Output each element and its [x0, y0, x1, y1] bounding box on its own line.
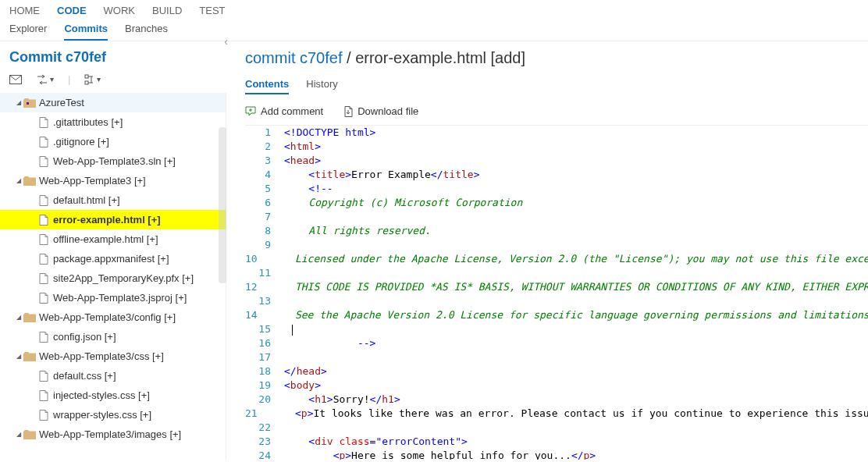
file-tabs[interactable]: ContentsHistory — [245, 78, 868, 94]
tree-file[interactable]: injected-styles.css [+] — [0, 386, 226, 405]
tree-file[interactable]: default.html [+] — [0, 190, 226, 210]
line-number: 18 — [245, 364, 278, 378]
file-icon — [37, 272, 50, 285]
chevron-down-icon[interactable]: ◢ — [14, 353, 23, 360]
line-number: 7 — [245, 210, 278, 224]
tree-file[interactable]: config.json [+] — [0, 327, 226, 346]
chevron-down-icon[interactable]: ◢ — [14, 99, 23, 106]
chevron-down-icon[interactable]: ◢ — [14, 314, 23, 321]
tree-label: Web-App-Template3.jsproj [+] — [53, 292, 187, 304]
tree-label: error-example.html [+] — [53, 214, 161, 226]
chevron-down-icon[interactable]: ◢ — [14, 177, 23, 184]
code-line[interactable]: 20 <h1>Sorry!</h1> — [245, 393, 868, 407]
right-pane: commit c70fef / error-example.html [add]… — [226, 41, 868, 460]
tree-file[interactable]: default.css [+] — [0, 366, 226, 386]
code-line[interactable]: 12 THIS CODE IS PROVIDED *AS IS* BASIS, … — [245, 280, 868, 294]
code-line[interactable]: 4 <title>Error Example</title> — [245, 168, 868, 182]
tree-file[interactable]: Web-App-Template3.sln [+] — [0, 151, 226, 171]
compare-icon[interactable]: ▾ — [36, 74, 54, 85]
tree-label: offline-example.html [+] — [53, 233, 158, 245]
tree-label: Web-App-Template3/config [+] — [39, 311, 176, 323]
code-text: All rights reserved. — [278, 224, 431, 238]
sub-nav[interactable]: ExplorerCommitsBranches — [0, 20, 868, 41]
tab-history[interactable]: History — [306, 78, 337, 94]
file-tree[interactable]: ◢AzureTest.gitattributes [+].gitignore [… — [0, 93, 226, 460]
tree-file[interactable]: wrapper-styles.css [+] — [0, 405, 226, 425]
line-number: 3 — [245, 154, 278, 168]
scrollbar-thumb[interactable] — [219, 127, 226, 283]
code-text — [278, 350, 284, 364]
chevron-down-icon[interactable]: ◢ — [14, 431, 23, 438]
code-line[interactable]: 22 — [245, 421, 868, 435]
tree-label: site2App_TemporaryKey.pfx [+] — [53, 272, 194, 284]
code-line[interactable]: 2<html> — [245, 140, 868, 154]
tree-label: package.appxmanifest [+] — [53, 253, 169, 265]
code-line[interactable]: 6 Copyright (c) Microsoft Corporation — [245, 196, 868, 210]
file-icon — [37, 155, 50, 168]
code-text — [278, 238, 284, 252]
code-line[interactable]: 16 --> — [245, 336, 868, 350]
line-number: 8 — [245, 224, 278, 238]
code-line[interactable]: 15 — [245, 322, 868, 336]
code-line[interactable]: 14 See the Apache Version 2.0 License fo… — [245, 308, 868, 322]
line-number: 16 — [245, 336, 278, 350]
tree-file[interactable]: offline-example.html [+] — [0, 229, 226, 249]
code-line[interactable]: 3<head> — [245, 154, 868, 168]
tree-label: Web-App-Template3/css [+] — [39, 350, 164, 362]
line-number: 21 — [245, 407, 265, 421]
top-nav-build[interactable]: BUILD — [152, 5, 182, 20]
sub-nav-branches[interactable]: Branches — [125, 23, 168, 41]
code-line[interactable]: 19<body> — [245, 378, 868, 393]
file-icon — [37, 233, 50, 246]
sub-nav-commits[interactable]: Commits — [64, 23, 108, 41]
tree-folder[interactable]: ◢Web-App-Template3/images [+] — [0, 425, 226, 444]
sub-nav-explorer[interactable]: Explorer — [9, 23, 47, 41]
tree-file[interactable]: error-example.html [+] — [0, 210, 226, 229]
tree-file[interactable]: site2App_TemporaryKey.pfx [+] — [0, 268, 226, 288]
commit-link[interactable]: commit c70fef — [245, 49, 342, 66]
code-line[interactable]: 13 — [245, 294, 868, 308]
code-line[interactable]: 9 — [245, 238, 868, 252]
code-line[interactable]: 24 <p>Here is some helpful info for you.… — [245, 449, 868, 460]
top-nav-test[interactable]: TEST — [199, 5, 225, 20]
email-icon[interactable] — [9, 75, 22, 84]
code-line[interactable]: 21 <p>It looks like there was an error. … — [245, 407, 868, 421]
code-line[interactable]: 8 All rights reserved. — [245, 224, 868, 238]
file-suffix: [add] — [486, 49, 525, 66]
line-number: 14 — [245, 308, 265, 322]
code-viewer[interactable]: 1<!DOCTYPE html>2<html>3<head>4 <title>E… — [245, 125, 868, 460]
code-line[interactable]: 23 <div class="errorContent"> — [245, 435, 868, 449]
code-line[interactable]: 17 — [245, 350, 868, 364]
file-icon — [37, 253, 50, 265]
line-number: 24 — [245, 449, 278, 460]
tree-file[interactable]: .gitattributes [+] — [0, 112, 226, 132]
tree-settings-icon[interactable]: ▾ — [84, 74, 101, 85]
file-icon — [37, 409, 50, 421]
tree-folder[interactable]: ◢Web-App-Template3 [+] — [0, 171, 226, 190]
code-line[interactable]: 10 Licensed under the Apache License, Ve… — [245, 252, 868, 266]
tree-file[interactable]: package.appxmanifest [+] — [0, 249, 226, 268]
top-nav-home[interactable]: HOME — [9, 5, 40, 20]
code-line[interactable]: 7 — [245, 210, 868, 224]
tree-label: AzureTest — [39, 97, 84, 108]
tree-file[interactable]: Web-App-Template3.jsproj [+] — [0, 288, 226, 307]
code-text — [278, 322, 293, 336]
line-number: 5 — [245, 182, 278, 196]
top-nav[interactable]: HOMECODEWORKBUILDTEST — [0, 0, 868, 20]
file-actions: Add comment Download file — [245, 94, 868, 125]
code-line[interactable]: 5 <!-- — [245, 182, 868, 196]
collapse-left-pane-icon[interactable]: ‹ — [224, 35, 228, 48]
tree-folder[interactable]: ◢AzureTest — [0, 93, 226, 112]
download-file-button[interactable]: Download file — [343, 105, 418, 117]
code-line[interactable]: 11 — [245, 266, 868, 280]
tab-contents[interactable]: Contents — [245, 78, 289, 94]
tree-folder[interactable]: ◢Web-App-Template3/css [+] — [0, 346, 226, 366]
folder-icon — [23, 428, 36, 441]
code-line[interactable]: 1<!DOCTYPE html> — [245, 126, 868, 140]
top-nav-code[interactable]: CODE — [57, 5, 87, 20]
tree-folder[interactable]: ◢Web-App-Template3/config [+] — [0, 307, 226, 327]
tree-file[interactable]: .gitignore [+] — [0, 132, 226, 151]
code-line[interactable]: 18</head> — [245, 364, 868, 378]
add-comment-button[interactable]: Add comment — [245, 105, 323, 117]
top-nav-work[interactable]: WORK — [104, 5, 135, 20]
